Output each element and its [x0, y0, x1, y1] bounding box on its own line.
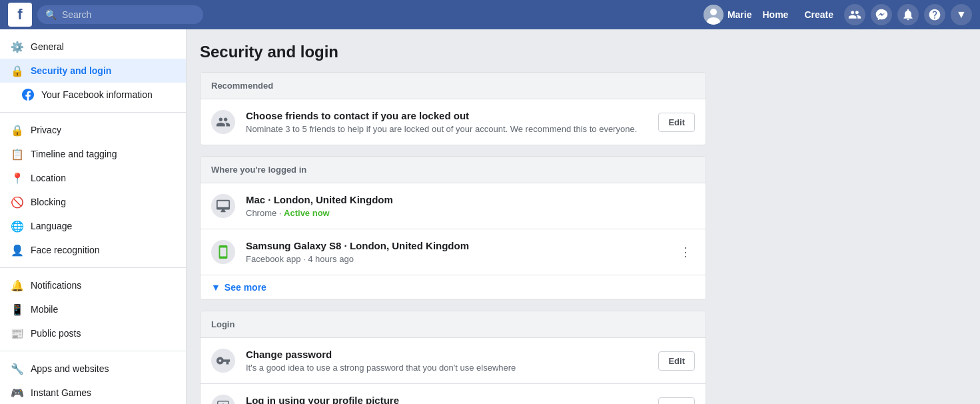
active-now-badge: Active now — [284, 208, 330, 218]
where-logged-in-header: Where you're logged in — [201, 157, 706, 183]
profile-pic-login-icon — [211, 395, 235, 404]
notifications-sidebar-icon: 🔔 — [11, 279, 24, 292]
more-icon[interactable]: ▼ — [951, 4, 972, 25]
sidebar-label-apps-websites: Apps and websites — [31, 363, 109, 374]
svg-point-1 — [710, 9, 717, 15]
samsung-s8-row: Samsung Galaxy S8 · London, United Kingd… — [201, 229, 706, 275]
sidebar-item-your-facebook-info[interactable]: Your Facebook information — [0, 83, 186, 107]
timeline-icon: 📋 — [11, 147, 24, 161]
sidebar-label-privacy: Privacy — [31, 125, 61, 135]
sidebar-item-location[interactable]: 📍 Location — [0, 166, 186, 190]
sidebar-item-general[interactable]: ⚙️ General — [0, 35, 186, 59]
navbar-right: Marie Home Create ▼ — [704, 4, 972, 25]
location-icon: 📍 — [11, 171, 24, 185]
friends-icon[interactable] — [844, 4, 865, 25]
main-content: Security and login Recommended Choose fr… — [187, 29, 980, 404]
sidebar-item-face-recognition[interactable]: 👤 Face recognition — [0, 238, 186, 262]
sidebar-item-language[interactable]: 🌐 Language — [0, 214, 186, 238]
facebook-logo[interactable]: f — [8, 3, 32, 27]
sidebar-item-security-login[interactable]: 🔒 Security and login — [0, 59, 186, 83]
sidebar-divider-2 — [0, 267, 186, 268]
avatar — [704, 5, 724, 25]
privacy-icon: 🔒 — [11, 123, 24, 137]
sidebar-label-your-facebook-info: Your Facebook information — [41, 89, 153, 100]
change-password-title: Change password — [246, 349, 648, 360]
search-bar: 🔍 — [37, 5, 203, 24]
sidebar-item-apps-websites[interactable]: 🔧 Apps and websites — [0, 357, 186, 381]
sidebar-divider-3 — [0, 351, 186, 351]
facebook-info-icon — [21, 88, 35, 101]
home-button[interactable]: Home — [757, 7, 794, 23]
samsung-s8-more-button[interactable]: ⋮ — [676, 243, 695, 261]
recommended-card: Recommended Choose friends to contact if… — [200, 72, 706, 145]
change-password-row: Change password It's a good idea to use … — [201, 338, 706, 384]
where-logged-in-card: Where you're logged in Mac · London, Uni… — [200, 156, 706, 300]
user-name: Marie — [728, 9, 752, 20]
login-card: Login Change password It's a good idea t… — [200, 311, 706, 404]
sidebar-item-timeline-tagging[interactable]: 📋 Timeline and tagging — [0, 142, 186, 166]
sidebar-item-notifications[interactable]: 🔔 Notifications — [0, 273, 186, 297]
change-password-edit-button[interactable]: Edit — [658, 351, 695, 371]
instant-games-icon: 🎮 — [11, 386, 24, 399]
notifications-icon[interactable] — [897, 4, 919, 25]
mac-london-subtitle: Chrome · Active now — [246, 208, 695, 218]
see-more-row[interactable]: ▼ See more — [201, 275, 706, 299]
change-password-content: Change password It's a good idea to use … — [246, 349, 648, 373]
trusted-contacts-subtitle: Nominate 3 to 5 friends to help if you a… — [246, 124, 648, 134]
language-icon: 🌐 — [11, 219, 24, 233]
sidebar-label-location: Location — [31, 173, 66, 183]
sidebar-label-public-posts: Public posts — [31, 328, 81, 339]
sidebar: ⚙️ General 🔒 Security and login Your Fac… — [0, 29, 187, 404]
mobile-icon: 📱 — [11, 303, 24, 316]
sidebar-item-instant-games[interactable]: 🎮 Instant Games — [0, 381, 186, 404]
profile-pic-login-content: Log in using your profile picture Tap or… — [246, 395, 648, 404]
messenger-icon[interactable] — [871, 4, 892, 25]
samsung-s8-title: Samsung Galaxy S8 · London, United Kingd… — [246, 240, 666, 251]
public-posts-icon: 📰 — [11, 327, 24, 340]
sidebar-divider-1 — [0, 112, 186, 113]
sidebar-label-blocking: Blocking — [31, 197, 66, 207]
sidebar-label-language: Language — [31, 221, 72, 231]
blocking-icon: 🚫 — [11, 195, 24, 209]
samsung-s8-content: Samsung Galaxy S8 · London, United Kingd… — [246, 240, 666, 264]
mobile-device-icon — [211, 240, 235, 264]
recommended-header: Recommended — [201, 73, 706, 99]
gear-icon: ⚙️ — [11, 40, 24, 53]
svg-rect-3 — [218, 401, 229, 404]
sidebar-label-face-recognition: Face recognition — [31, 245, 100, 255]
profile-pic-login-row: Log in using your profile picture Tap or… — [201, 384, 706, 404]
nav-user[interactable]: Marie — [704, 5, 752, 25]
sidebar-label-notifications: Notifications — [31, 280, 81, 291]
profile-pic-login-edit-button[interactable]: Edit — [658, 397, 695, 405]
trusted-contacts-title: Choose friends to contact if you are loc… — [246, 110, 648, 121]
create-button[interactable]: Create — [799, 7, 839, 23]
sidebar-label-instant-games: Instant Games — [31, 387, 91, 398]
page-title: Security and login — [200, 43, 967, 61]
trusted-contacts-icon — [211, 110, 235, 134]
mac-london-title: Mac · London, United Kingdom — [246, 194, 695, 205]
sidebar-item-public-posts[interactable]: 📰 Public posts — [0, 321, 186, 345]
sidebar-label-security-login: Security and login — [31, 65, 111, 76]
profile-pic-login-title: Log in using your profile picture — [246, 395, 648, 404]
sidebar-label-mobile: Mobile — [31, 304, 58, 315]
navbar: f 🔍 Marie Home Create — [0, 0, 980, 29]
lock-icon: 🔒 — [11, 64, 24, 77]
sidebar-item-mobile[interactable]: 📱 Mobile — [0, 297, 186, 321]
monitor-icon — [211, 194, 235, 218]
search-input[interactable] — [62, 9, 195, 20]
trusted-contacts-edit-button[interactable]: Edit — [658, 113, 695, 132]
face-recognition-icon: 👤 — [11, 243, 24, 257]
sidebar-item-privacy[interactable]: 🔒 Privacy — [0, 118, 186, 142]
sidebar-item-blocking[interactable]: 🚫 Blocking — [0, 190, 186, 214]
layout: ⚙️ General 🔒 Security and login Your Fac… — [0, 29, 980, 404]
samsung-s8-subtitle: Facebook app · 4 hours ago — [246, 254, 666, 264]
navbar-left: f 🔍 — [8, 3, 203, 27]
help-icon[interactable] — [924, 4, 945, 25]
sidebar-label-general: General — [31, 41, 64, 52]
key-icon — [211, 349, 235, 373]
change-password-subtitle: It's a good idea to use a strong passwor… — [246, 363, 648, 373]
trusted-contacts-content: Choose friends to contact if you are loc… — [246, 110, 648, 134]
sidebar-label-timeline-tagging: Timeline and tagging — [31, 149, 117, 159]
apps-websites-icon: 🔧 — [11, 362, 24, 375]
mac-london-content: Mac · London, United Kingdom Chrome · Ac… — [246, 194, 695, 218]
